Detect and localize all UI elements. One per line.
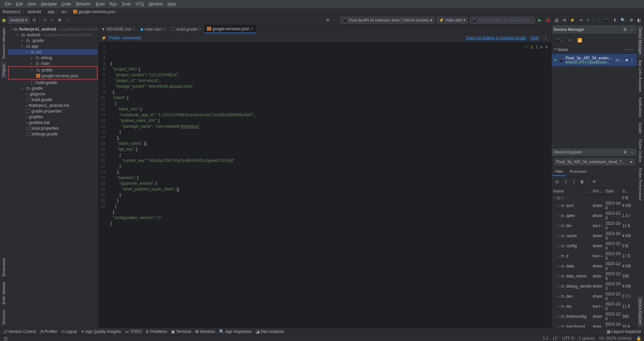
tool-layout-inspector[interactable]: ▦ Layout Inspector [607,329,641,334]
nav-up-icon[interactable]: ∧ [540,44,543,50]
device-dropdown[interactable]: 📱 Pixel 3a API 34 extension level 7 x86 … [340,17,435,24]
delete-icon[interactable]: 🗑 [579,178,585,185]
tool-device-manager[interactable]: Device Manager [638,25,643,57]
tree-arrow-icon[interactable]: ▾ [26,50,30,54]
tool-notifications[interactable]: Notifications [638,94,643,120]
tree-row[interactable]: ▸🗀main [8,60,98,66]
status-encoding[interactable]: UTF-8 [562,336,574,341]
tree-arrow-icon[interactable]: ▸ [31,62,34,65]
crumb-3[interactable]: src [61,9,66,14]
menu-refactor[interactable]: Refactor [74,1,93,7]
menu-vcs[interactable]: VCS [134,1,146,7]
kebab-icon[interactable]: ⋮ [630,58,634,62]
collapse-icon[interactable]: ÷ [50,17,55,24]
menu-help[interactable]: Help [165,1,178,7]
editor-tab[interactable]: ⛶build.gradle✕ [168,25,204,33]
more-icon[interactable]: ⋮ [543,35,549,41]
file-row[interactable]: ▸🗀etclrw-r--2023-10-011 E [552,301,637,311]
col-name[interactable]: Name [557,47,623,52]
hide-notification-link[interactable]: Hide [530,36,539,40]
coverage-icon[interactable]: ▤ [554,17,559,24]
tree-row[interactable]: ⛶settings.gradle [8,131,98,137]
file-row[interactable]: ▸🗀binlrw-r--2023-10-011 E [552,221,637,231]
status-caret-pos[interactable]: 1:1 [543,336,548,341]
file-row[interactable]: ▸🗀cachedrwxr2023-10-04 KB [552,231,637,241]
flutter-commands-link[interactable]: Flutter commands [109,36,141,40]
notifications-icon[interactable]: ◧ [636,17,642,24]
menu-edit[interactable]: Edit [14,1,25,7]
expand-arrow-icon[interactable]: ▸ [558,295,559,298]
expand-arrow-icon[interactable]: ▸ [558,305,559,308]
expand-arrow-icon[interactable]: ▸ [558,214,559,217]
expand-icon[interactable]: ⤢ [42,17,48,24]
expand-arrow-icon[interactable]: ▸ [558,224,559,227]
stop-icon[interactable]: ■ [585,17,591,24]
sdk-icon[interactable]: ⬇ [612,17,617,24]
file-row[interactable]: ▸🗀lost+founddrwx-2023-10-016 K [552,322,637,328]
tab-files[interactable]: Files [552,167,566,176]
tool-app-links[interactable]: App Links Assistant [638,57,643,94]
code-editor[interactable]: { "project_info": { "project_number": "1… [108,42,551,328]
sync-icon[interactable]: ⟲ [325,17,330,24]
tool-problems[interactable]: ⊘ Problems [146,329,167,334]
col-name[interactable]: Name [553,189,593,194]
crumb-0[interactable]: flutterpro1 [3,9,21,14]
tool-structure[interactable]: Structure [1,307,6,328]
device-row[interactable]: 📱 Pixel_3a_API_34_extens... Android 14.0… [552,54,637,66]
expand-arrow-icon[interactable]: ▸ [558,315,559,318]
editor-tab[interactable]: 🅹google-services.json✕ [204,25,256,33]
tool-profiler[interactable]: ◔ Profiler [40,329,57,334]
tree-arrow-icon[interactable]: ▸ [21,87,25,90]
tree-row[interactable]: ⛶gradle.properties [8,108,98,114]
tree-row[interactable]: ⛶local.properties [8,125,98,131]
tree-row[interactable]: ▫.gitignore [8,91,98,97]
menu-window[interactable]: Window [147,1,165,7]
explorer-device-dropdown[interactable]: Pixel_3a_API_34_extension_level_7_x86_6 … [554,159,635,165]
tool-gradle[interactable]: Gradle [638,120,643,136]
debug-button[interactable]: 🐞 [545,17,552,24]
expand-arrow-icon[interactable]: ▾ [554,196,555,200]
tool-version-control[interactable]: ⎇ Version Control [3,329,36,334]
tree-row[interactable]: ▸🗀profile [9,67,97,73]
stop-icon[interactable]: ■ [626,58,628,62]
expand-arrow-icon[interactable]: ▸ [558,244,559,248]
editor-tab[interactable]: ▼README.md✕ [99,25,138,33]
close-tab-icon[interactable]: ✕ [199,27,201,31]
expand-arrow-icon[interactable]: ▸ [558,264,559,268]
expand-arrow-icon[interactable]: ▸ [558,325,559,328]
search-icon[interactable]: 🔍 [620,17,627,24]
run-button[interactable]: ▶ [537,17,543,24]
vcs-update-icon[interactable]: ↓ [596,17,601,24]
avd-icon[interactable]: 📱 [603,17,610,24]
status-json-schema[interactable]: No JSON schema [599,336,632,341]
col-date[interactable]: Date [605,189,622,194]
crumb-2[interactable]: app [48,9,54,14]
tree-row[interactable]: ▫flutterpro1_android.iml [8,102,98,108]
col-menu2-icon[interactable]: ⋯ [630,47,634,52]
menu-navigate[interactable]: Navigate [39,1,59,7]
run-target-dropdown[interactable]: 📱 Pixel_3a_API_34_extension_le... [470,17,535,24]
expand-arrow-icon[interactable]: ▸ [558,204,559,207]
gear-icon[interactable]: ⚙ [622,26,628,33]
profile-icon[interactable]: ◔ [561,17,567,24]
gear-icon[interactable]: ⚙ [622,149,628,156]
tool-device-explorer[interactable]: Device Explorer [638,296,643,328]
select-opened-icon[interactable]: ⊙ [32,17,37,24]
menu-run[interactable]: Run [107,1,119,7]
tool-todo[interactable]: ≔ TODO [125,329,142,334]
explorer-file-list[interactable]: ▾🗀/0 B▸🗀acctdrwxr2023-10-04 KB▸🗀apexdrwx… [552,195,637,328]
nav-down-icon[interactable]: ∨ [545,44,548,50]
tree-row[interactable]: ⛶build.gradle [8,97,98,102]
settings-icon[interactable]: ✻ [57,17,62,24]
file-row[interactable]: ▸🗀dlrw-r--2023-10-017 E [552,251,637,261]
tree-row[interactable]: ▫gradlew.bat [8,120,98,125]
menu-view[interactable]: View [26,1,38,7]
tree-row[interactable]: ▾🗀src [8,49,98,55]
tree-arrow-icon[interactable]: ▸ [31,56,34,59]
tool-logcat[interactable]: ≡ Logcat [61,329,77,334]
file-row[interactable]: ▸🗀apexdrwxr2023-12-01.4 I [552,211,637,221]
sync-icon[interactable]: ⟳ [592,178,597,185]
menu-build[interactable]: Build [94,1,107,7]
add-device-icon[interactable]: 📱₊ [554,37,563,44]
file-row[interactable]: ▸🗀debug_ramdisdrwxr2023-10-04 KB [552,281,637,291]
